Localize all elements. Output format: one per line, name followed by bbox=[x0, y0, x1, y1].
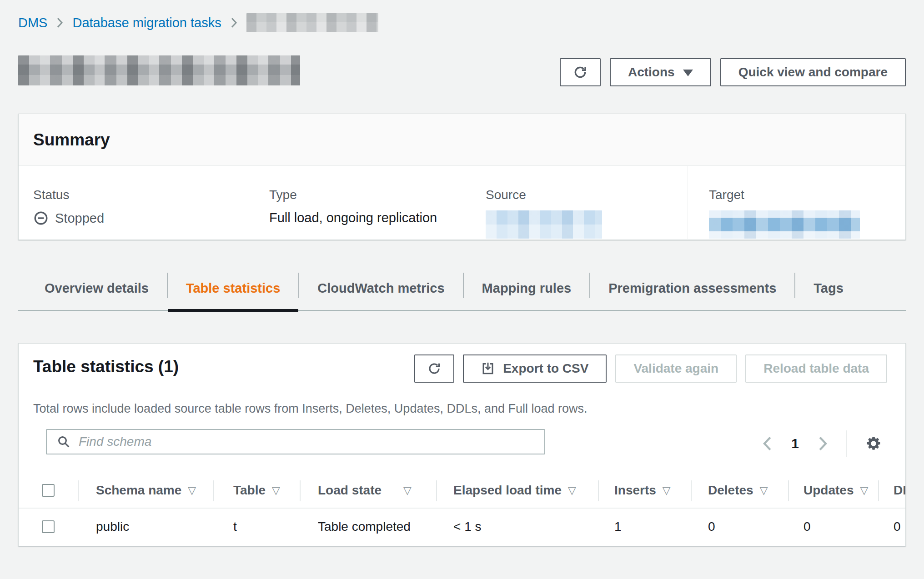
sort-icon[interactable]: ▽ bbox=[272, 484, 280, 497]
column-label: Elapsed load time bbox=[453, 483, 562, 498]
summary-type-field: Type Full load, ongoing replication bbox=[249, 166, 469, 239]
pagination: 1 bbox=[762, 431, 882, 456]
column-label: Deletes bbox=[708, 483, 753, 498]
previous-page-button[interactable] bbox=[762, 436, 772, 451]
status-label: Status bbox=[33, 188, 249, 202]
sort-icon[interactable]: ▽ bbox=[188, 484, 196, 497]
export-csv-label: Export to CSV bbox=[503, 361, 588, 376]
row-cell-ddls: 0 bbox=[878, 509, 906, 545]
breadcrumb-link-tasks[interactable]: Database migration tasks bbox=[72, 15, 221, 30]
tab-overview-details[interactable]: Overview details bbox=[26, 273, 167, 310]
table-statistics-table: Schema name▽ Table▽ Load state▽ Elapsed … bbox=[19, 473, 906, 545]
redacted-page-title bbox=[18, 55, 300, 85]
actions-button-label: Actions bbox=[628, 65, 675, 80]
dms-task-page: DMS Database migration tasks Actions Qui… bbox=[0, 0, 924, 579]
chevron-right-icon bbox=[231, 17, 237, 29]
status-text: Stopped bbox=[55, 211, 104, 226]
source-label: Source bbox=[486, 188, 688, 202]
refresh-icon bbox=[572, 65, 588, 80]
validate-again-button[interactable]: Validate again bbox=[615, 354, 737, 383]
search-icon bbox=[57, 435, 70, 449]
summary-panel: Summary Status Stopped Type Full load, o… bbox=[18, 114, 906, 240]
header-cell-schema-name[interactable]: Schema name▽ bbox=[78, 473, 213, 508]
row-cell-elapsed-load-time: < 1 s bbox=[436, 509, 598, 545]
table-statistics-title: Table statistics (1) bbox=[33, 357, 179, 376]
type-value: Full load, ongoing replication bbox=[269, 210, 469, 225]
sort-icon[interactable]: ▽ bbox=[663, 484, 671, 497]
reload-table-data-label: Reload table data bbox=[763, 361, 869, 376]
column-label: DDLs bbox=[894, 483, 906, 498]
actions-button[interactable]: Actions bbox=[610, 58, 711, 86]
select-all-checkbox[interactable] bbox=[42, 484, 55, 497]
row-cell-inserts: 1 bbox=[598, 509, 691, 545]
stopped-status-icon bbox=[33, 210, 49, 226]
summary-header: Summary bbox=[19, 114, 905, 166]
tab-tags[interactable]: Tags bbox=[795, 273, 862, 310]
table-settings-gear-icon[interactable] bbox=[865, 435, 882, 452]
row-cell-load-state: Table completed bbox=[300, 509, 436, 545]
row-cell-checkbox bbox=[19, 509, 78, 545]
summary-source-field: Source bbox=[469, 166, 688, 239]
next-page-button[interactable] bbox=[818, 436, 828, 451]
header-cell-deletes[interactable]: Deletes▽ bbox=[691, 473, 788, 508]
target-label: Target bbox=[709, 188, 905, 202]
status-value: Stopped bbox=[33, 210, 249, 226]
current-page-number[interactable]: 1 bbox=[788, 436, 803, 451]
table-header-row: Schema name▽ Table▽ Load state▽ Elapsed … bbox=[19, 473, 906, 509]
row-cell-deletes: 0 bbox=[691, 509, 788, 545]
summary-title: Summary bbox=[33, 130, 110, 150]
schema-search-input[interactable] bbox=[79, 430, 544, 454]
reload-table-data-button[interactable]: Reload table data bbox=[745, 354, 887, 383]
sort-icon[interactable]: ▽ bbox=[568, 484, 576, 497]
summary-status-field: Status Stopped bbox=[19, 166, 249, 239]
header-cell-inserts[interactable]: Inserts▽ bbox=[598, 473, 691, 508]
quick-view-compare-label: Quick view and compare bbox=[738, 65, 888, 80]
tab-premigration-assessments[interactable]: Premigration assessments bbox=[590, 273, 794, 310]
header-cell-updates[interactable]: Updates▽ bbox=[788, 473, 878, 508]
refresh-button[interactable] bbox=[560, 58, 601, 86]
export-download-icon bbox=[481, 362, 495, 375]
export-csv-button[interactable]: Export to CSV bbox=[463, 354, 607, 383]
pagination-divider bbox=[846, 430, 847, 457]
breadcrumb: DMS Database migration tasks bbox=[18, 13, 378, 33]
task-detail-tabs: Overview details Table statistics CloudW… bbox=[18, 273, 906, 311]
sort-icon[interactable]: ▽ bbox=[860, 484, 868, 497]
table-statistics-toolbar: Export to CSV Validate again Reload tabl… bbox=[414, 354, 887, 383]
table-statistics-description: Total rows include loaded source table r… bbox=[33, 402, 588, 416]
column-label: Updates bbox=[803, 483, 854, 498]
summary-body: Status Stopped Type Full load, ongoing r… bbox=[19, 166, 905, 239]
header-cell-ddls[interactable]: DDLs▽ bbox=[878, 473, 906, 508]
row-checkbox[interactable] bbox=[42, 520, 55, 533]
header-cell-checkbox bbox=[19, 473, 78, 508]
quick-view-compare-button[interactable]: Quick view and compare bbox=[720, 58, 906, 86]
sort-icon[interactable]: ▽ bbox=[403, 484, 412, 497]
summary-target-field: Target bbox=[688, 166, 905, 239]
tab-cloudwatch-metrics[interactable]: CloudWatch metrics bbox=[299, 273, 462, 310]
breadcrumb-link-dms[interactable]: DMS bbox=[18, 15, 47, 30]
redacted-source-endpoint bbox=[486, 210, 602, 239]
table-refresh-button[interactable] bbox=[414, 354, 454, 383]
header-cell-table[interactable]: Table▽ bbox=[213, 473, 300, 508]
validate-again-label: Validate again bbox=[633, 361, 718, 376]
tab-mapping-rules[interactable]: Mapping rules bbox=[464, 273, 590, 310]
table-statistics-panel: Table statistics (1) bbox=[18, 343, 906, 546]
column-label: Load state bbox=[318, 483, 382, 498]
sort-icon[interactable]: ▽ bbox=[760, 484, 768, 497]
column-label: Inserts bbox=[614, 483, 656, 498]
column-label: Schema name bbox=[96, 483, 181, 498]
row-cell-updates: 0 bbox=[788, 509, 878, 545]
caret-down-icon bbox=[683, 70, 693, 76]
table-row[interactable]: public t Table completed < 1 s 1 0 0 0 bbox=[19, 509, 906, 545]
tab-table-statistics[interactable]: Table statistics bbox=[168, 273, 298, 310]
redacted-breadcrumb-task-name bbox=[246, 13, 378, 32]
type-label: Type bbox=[269, 188, 469, 202]
chevron-right-icon bbox=[56, 17, 63, 29]
row-cell-schema-name: public bbox=[78, 509, 213, 545]
header-cell-elapsed-load-time[interactable]: Elapsed load time▽ bbox=[436, 473, 598, 508]
refresh-icon bbox=[427, 361, 442, 376]
row-cell-table: t bbox=[213, 509, 300, 545]
header-cell-load-state[interactable]: Load state▽ bbox=[300, 473, 436, 508]
redacted-target-endpoint bbox=[709, 210, 860, 239]
schema-search-box bbox=[46, 429, 545, 454]
task-actions-toolbar: Actions Quick view and compare bbox=[560, 58, 906, 86]
